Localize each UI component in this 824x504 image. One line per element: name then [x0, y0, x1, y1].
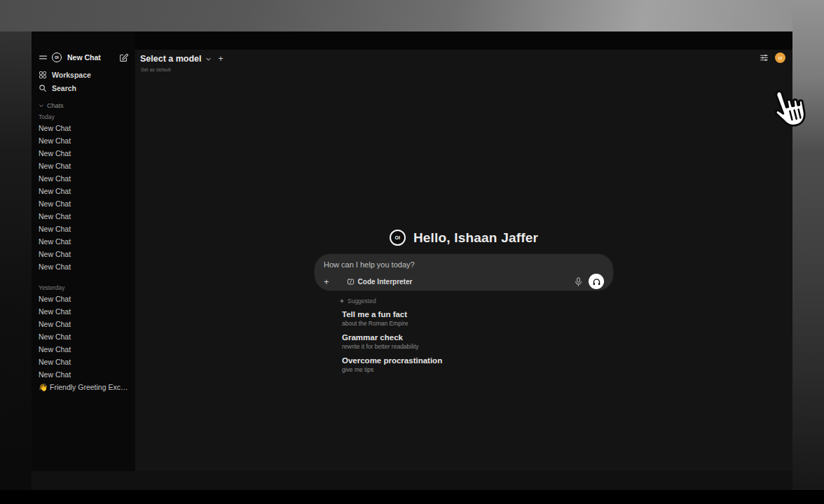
sidebar: OI New Chat Workspace — [32, 31, 135, 471]
sidebar-toggle-icon[interactable] — [39, 53, 48, 62]
main-area: Select a model + Set as default IJ — [135, 31, 792, 471]
chat-list-item[interactable]: 👋 Friendly Greeting Exchange — [32, 381, 135, 393]
chat-list-item[interactable]: New Chat — [32, 330, 135, 343]
chat-list-item[interactable]: New Chat — [32, 134, 135, 147]
chat-list-item[interactable]: New Chat — [32, 235, 135, 248]
chevron-down-icon — [39, 103, 44, 108]
chat-list-item[interactable]: New Chat — [32, 160, 135, 172]
chat-group-label-yesterday: Yesterday — [32, 281, 135, 293]
chat-list-today: New ChatNew ChatNew ChatNew ChatNew Chat… — [32, 122, 135, 273]
window-top-strip — [32, 31, 792, 50]
chat-list-item[interactable]: New Chat — [32, 172, 135, 185]
search-icon — [39, 84, 47, 92]
chat-list-item[interactable]: New Chat — [32, 223, 135, 235]
suggested-prompt-subtitle: give me tips — [342, 366, 613, 373]
workspace-grid-icon — [39, 71, 47, 79]
input-toolbar: + Code Interpreter — [324, 274, 604, 289]
sidebar-item-search[interactable]: Search — [32, 81, 135, 94]
sidebar-header: OI New Chat — [32, 51, 135, 64]
sidebar-title: New Chat — [66, 53, 115, 62]
controls-sliders-icon[interactable] — [760, 53, 769, 62]
sparkle-icon — [339, 298, 345, 304]
message-input-placeholder[interactable]: How can I help you today? — [324, 260, 604, 269]
open-webui-window: OI New Chat Workspace — [32, 31, 792, 471]
chat-list-item[interactable]: New Chat — [32, 293, 135, 305]
add-model-button[interactable]: + — [219, 55, 224, 63]
message-input-card[interactable]: How can I help you today? + Code Interpr… — [315, 254, 613, 290]
chevron-down-icon — [205, 56, 212, 62]
code-interpreter-icon — [347, 278, 355, 286]
set-as-default-link[interactable]: Set as default — [141, 67, 171, 72]
microphone-icon[interactable] — [575, 277, 582, 286]
suggested-prompt[interactable]: Grammar check rewrite it for better read… — [342, 332, 613, 350]
new-chat-icon[interactable] — [119, 53, 128, 62]
user-avatar[interactable]: IJ — [775, 52, 785, 63]
suggested-prompt-subtitle: rewrite it for better readability — [342, 343, 613, 350]
sidebar-item-workspace[interactable]: Workspace — [32, 68, 135, 81]
backdrop-bottom-bar — [0, 490, 824, 504]
code-interpreter-toggle[interactable]: Code Interpreter — [347, 278, 413, 286]
chat-list-item[interactable]: New Chat — [32, 122, 135, 134]
screen-backdrop: OI New Chat Workspace — [0, 0, 824, 504]
attach-button[interactable]: + — [324, 277, 329, 286]
chat-list-item[interactable]: New Chat — [32, 356, 135, 368]
suggested-prompt-title: Overcome procrastination — [342, 356, 613, 365]
suggested-prompt-subtitle: about the Roman Empire — [342, 320, 613, 327]
model-selector[interactable]: Select a model + — [140, 54, 224, 64]
suggested-list: Tell me a fun fact about the Roman Empir… — [315, 309, 613, 373]
greeting-text: Hello, Ishaan Jaffer — [413, 230, 538, 246]
backdrop-right — [792, 0, 824, 504]
chat-list-item[interactable]: New Chat — [32, 260, 135, 273]
backdrop-top — [0, 0, 824, 31]
model-selector-label: Select a model — [140, 54, 202, 64]
greeting-row: OI Hello, Ishaan Jaffer — [315, 230, 613, 246]
chat-list-item[interactable]: New Chat — [32, 210, 135, 223]
welcome-block: OI Hello, Ishaan Jaffer How can I help y… — [315, 230, 613, 379]
suggested-prompt[interactable]: Tell me a fun fact about the Roman Empir… — [342, 309, 613, 327]
app-logo: OI — [52, 52, 62, 62]
app-logo-large: OI — [390, 230, 406, 246]
top-right-controls: IJ — [760, 52, 785, 63]
chat-list-item[interactable]: New Chat — [32, 343, 135, 356]
suggested-prompt-title: Tell me a fun fact — [342, 309, 613, 319]
chat-list-item[interactable]: New Chat — [32, 368, 135, 381]
chat-list-item[interactable]: New Chat — [32, 318, 135, 330]
chat-list-item[interactable]: New Chat — [32, 248, 135, 260]
chat-list-item[interactable]: New Chat — [32, 185, 135, 197]
chats-section-label: Chats — [47, 102, 64, 109]
backdrop-left — [0, 31, 32, 504]
suggested-prompt-title: Grammar check — [342, 332, 613, 342]
headphones-icon — [592, 277, 601, 286]
chat-list-item[interactable]: New Chat — [32, 305, 135, 318]
chat-list-item[interactable]: New Chat — [32, 147, 135, 160]
search-label: Search — [52, 84, 76, 92]
chat-list-yesterday: New ChatNew ChatNew ChatNew ChatNew Chat… — [32, 293, 135, 393]
chat-list-item[interactable]: New Chat — [32, 197, 135, 210]
suggested-label: Suggested — [348, 298, 376, 304]
suggested-prompt[interactable]: Overcome procrastination give me tips — [342, 356, 613, 373]
suggested-header: Suggested — [339, 298, 613, 304]
voice-call-button[interactable] — [589, 274, 604, 289]
code-interpreter-label: Code Interpreter — [358, 278, 413, 286]
chat-group-label-today: Today — [32, 111, 135, 122]
chats-section-toggle[interactable]: Chats — [32, 101, 135, 111]
workspace-label: Workspace — [52, 71, 91, 79]
